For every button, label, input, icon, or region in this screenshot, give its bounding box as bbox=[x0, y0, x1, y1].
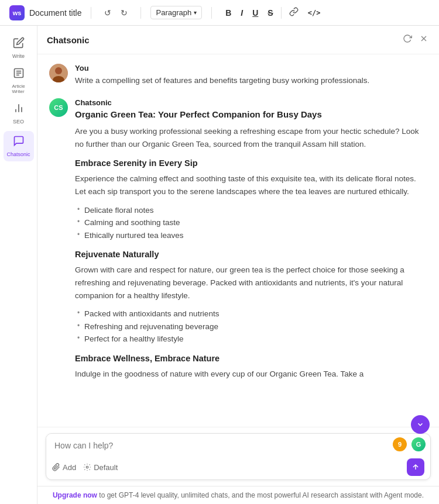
article-writer-icon bbox=[13, 67, 25, 82]
section-3-heading: Embrace Wellness, Embrace Nature bbox=[75, 354, 427, 363]
bullet-item: Calming and soothing taste bbox=[75, 216, 427, 229]
bullet-item: Perfect for a healthy lifestyle bbox=[75, 333, 427, 346]
refresh-button[interactable] bbox=[402, 33, 413, 47]
upgrade-text: to get GPT-4 level quality, unlimited ch… bbox=[97, 491, 424, 499]
toolbar-separator-4 bbox=[281, 7, 282, 19]
input-actions-left: Add Default bbox=[52, 463, 118, 472]
bullet-item: Packed with antioxidants and nutrients bbox=[75, 308, 427, 320]
chatsonic-response: Organic Green Tea: Your Perfect Companio… bbox=[75, 109, 427, 380]
section-1-heading: Embrace Serenity in Every Sip bbox=[75, 158, 427, 168]
user-message-content: You Write a compelling set of features a… bbox=[75, 64, 427, 87]
ws-logo-icon: ws bbox=[9, 5, 25, 20]
chat-panel: Chatsonic bbox=[37, 26, 439, 486]
main-layout: Write ArticleWriter SEO bbox=[0, 26, 439, 504]
sidebar-chatsonic-label: Chatsonic bbox=[6, 151, 30, 157]
input-icons-right: 9 G bbox=[393, 437, 426, 451]
chat-input[interactable] bbox=[46, 434, 393, 455]
app-logo: ws Document title bbox=[9, 5, 81, 20]
default-mode-button[interactable]: Default bbox=[83, 463, 118, 472]
chat-input-area: 9 G Add bbox=[37, 427, 439, 486]
chat-title: Chatsonic bbox=[47, 35, 90, 45]
toolbar-separator-1 bbox=[91, 7, 91, 19]
bold-button[interactable]: B bbox=[221, 6, 235, 20]
link-button[interactable] bbox=[285, 5, 303, 20]
badge-g-icon: G bbox=[411, 437, 426, 451]
refresh-icon bbox=[403, 34, 412, 43]
user-message-text: Write a compelling set of features and b… bbox=[75, 75, 427, 87]
sidebar-write-label: Write bbox=[12, 53, 25, 59]
response-heading: Organic Green Tea: Your Perfect Companio… bbox=[75, 109, 427, 119]
sidebar-item-chatsonic[interactable]: Chatsonic bbox=[4, 131, 34, 161]
user-message: You Write a compelling set of features a… bbox=[49, 64, 427, 87]
paragraph-style-select[interactable]: Paragraph ▾ bbox=[150, 6, 202, 19]
close-button[interactable] bbox=[418, 33, 430, 47]
send-icon bbox=[411, 463, 420, 471]
chatsonic-avatar: CS bbox=[49, 98, 68, 117]
sidebar-item-seo[interactable]: SEO bbox=[4, 98, 34, 129]
code-button[interactable]: </> bbox=[304, 6, 325, 19]
chatsonic-author: Chatsonic bbox=[75, 98, 427, 107]
content-area: Chatsonic bbox=[37, 26, 439, 504]
user-avatar bbox=[49, 64, 68, 82]
upgrade-link[interactable]: Upgrade now bbox=[53, 491, 97, 499]
svg-point-12 bbox=[86, 466, 88, 468]
chat-input-bottom: Add Default bbox=[46, 455, 430, 479]
chatsonic-message: CS Chatsonic Organic Green Tea: Your Per… bbox=[49, 98, 427, 386]
chat-messages: You Write a compelling set of features a… bbox=[37, 54, 439, 427]
undo-button[interactable]: ↺ bbox=[101, 6, 115, 20]
chat-header: Chatsonic bbox=[37, 26, 439, 54]
sidebar: Write ArticleWriter SEO bbox=[0, 26, 37, 504]
document-title: Document title bbox=[29, 8, 81, 18]
toolbar-separator-3 bbox=[211, 7, 212, 19]
format-buttons-group: B I U S </> bbox=[221, 5, 324, 20]
chat-input-box: 9 G Add bbox=[46, 433, 431, 480]
section-2-paragraph: Grown with care and respect for nature, … bbox=[75, 264, 427, 302]
chat-wrapper: Chatsonic bbox=[37, 26, 439, 504]
undo-redo-group: ↺ ↻ bbox=[101, 6, 131, 20]
default-icon bbox=[83, 463, 91, 471]
user-avatar-image bbox=[49, 64, 68, 82]
chatsonic-icon bbox=[13, 135, 25, 150]
user-message-author: You bbox=[75, 64, 427, 73]
section-3-paragraph: Indulge in the goodness of nature with e… bbox=[75, 368, 427, 381]
section-1-paragraph: Experience the calming effect and soothi… bbox=[75, 172, 427, 198]
italic-button[interactable]: I bbox=[236, 6, 247, 20]
bullet-item: Refreshing and rejuvenating beverage bbox=[75, 320, 427, 333]
bullet-item: Delicate floral notes bbox=[75, 204, 427, 217]
section-2-bullets: Packed with antioxidants and nutrients R… bbox=[75, 308, 427, 346]
chatsonic-message-content: Chatsonic Organic Green Tea: Your Perfec… bbox=[75, 98, 427, 386]
paperclip-icon bbox=[52, 463, 60, 471]
sidebar-seo-label: SEO bbox=[13, 119, 24, 125]
add-attachment-button[interactable]: Add bbox=[52, 463, 76, 472]
seo-icon bbox=[13, 102, 25, 117]
badge-9-icon: 9 bbox=[393, 437, 407, 451]
chat-header-actions bbox=[402, 33, 430, 47]
response-intro: Are you a busy working professional seek… bbox=[75, 125, 427, 150]
chevron-down-icon bbox=[416, 420, 424, 429]
upgrade-bar: Upgrade now to get GPT-4 level quality, … bbox=[37, 486, 439, 504]
send-button[interactable] bbox=[407, 458, 424, 476]
svg-point-10 bbox=[55, 67, 62, 74]
strikethrough-button[interactable]: S bbox=[263, 6, 277, 20]
scroll-down-button[interactable] bbox=[411, 415, 430, 434]
close-icon bbox=[419, 34, 428, 43]
section-1-bullets: Delicate floral notes Calming and soothi… bbox=[75, 204, 427, 242]
underline-button[interactable]: U bbox=[248, 6, 262, 20]
sidebar-article-label: ArticleWriter bbox=[12, 84, 25, 94]
toolbar: ws Document title ↺ ↻ Paragraph ▾ B I U … bbox=[0, 0, 439, 26]
write-icon bbox=[13, 37, 25, 51]
link-icon bbox=[289, 7, 299, 16]
sidebar-item-article-writer[interactable]: ArticleWriter bbox=[4, 65, 34, 96]
redo-button[interactable]: ↻ bbox=[117, 6, 131, 20]
bullet-item: Ethically nurtured tea leaves bbox=[75, 229, 427, 242]
section-2-heading: Rejuvenate Naturally bbox=[75, 250, 427, 259]
toolbar-separator-2 bbox=[140, 7, 141, 19]
sidebar-item-write[interactable]: Write bbox=[4, 33, 34, 63]
